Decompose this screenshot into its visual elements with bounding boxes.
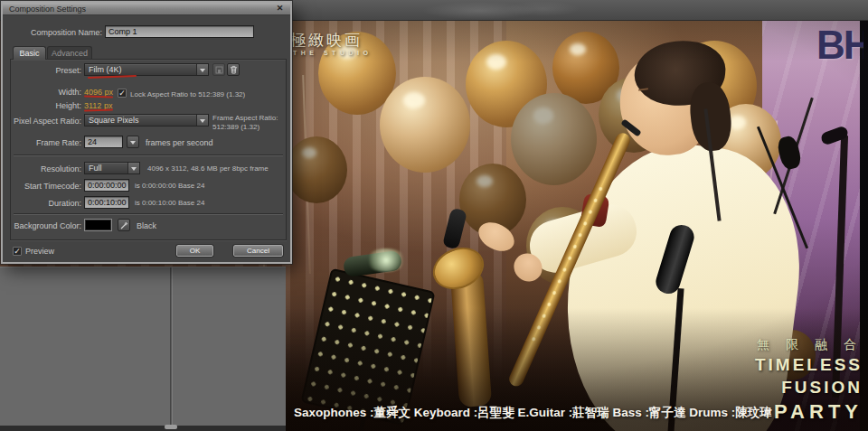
pixel-aspect-ratio-label: Pixel Aspect Ratio: [3,115,81,127]
chevron-down-icon[interactable] [196,64,208,75]
preset-label: Preset: [3,64,81,77]
composition-settings-dialog: Composition Settings ✕ Composition Name:… [1,1,292,264]
separator [14,155,283,156]
chevron-down-icon [130,141,136,147]
wall-sign: BH [816,23,863,68]
background-color-label: Background Color: [3,220,81,232]
dialog-titlebar[interactable]: Composition Settings ✕ [3,3,290,15]
cancel-button[interactable]: Cancel [233,245,283,257]
background-color-swatch[interactable] [84,219,112,231]
duration-info: is 0:00:10:00 Base 24 [135,198,243,211]
start-timecode-label: Start Timecode: [3,180,81,192]
resolution-value: Full [89,164,102,173]
panel-background [0,267,286,431]
band-name-line2: FUSION [781,378,863,398]
preview-label: Preview [25,245,80,258]
width-label: Width: [3,86,81,98]
trash-icon [230,65,238,74]
panel-divider[interactable] [170,267,173,431]
studio-logo: 極緻映画 [290,30,363,51]
pixel-aspect-ratio-value: Square Pixels [89,116,139,125]
composition-name-input[interactable]: Comp 1 [105,25,254,38]
band-name-chinese: 無 限 融 合 [757,337,863,353]
frame-rate-input[interactable]: 24 [84,136,123,148]
resolution-dropdown[interactable]: Full [84,162,140,174]
height-label: Height: [3,99,81,112]
duration-input[interactable]: 0:00:10:00 [84,196,129,209]
frame-rate-dropdown-button[interactable] [127,136,139,148]
band-name-line3: PARTY [774,400,863,424]
dialog-title: Composition Settings [9,5,86,14]
separator [14,213,283,215]
chevron-down-icon[interactable] [196,115,208,126]
save-preset-button [212,63,225,76]
resolution-info: 4096 x 3112, 48.6 MB per 8bpc frame [147,164,288,176]
background-color-name: Black [137,220,191,232]
save-preset-icon [215,66,223,74]
eyedropper-icon [120,221,128,230]
preset-value: Film (4K) [89,65,122,74]
band-name-line1: TIMELESS [755,355,863,375]
preset-dropdown[interactable]: Film (4K) [84,63,209,76]
composition-name-label: Composition Name: [3,26,102,39]
delete-preset-button[interactable] [227,63,240,76]
start-timecode-input[interactable]: 0:00:00:00 [84,179,129,192]
start-timecode-info: is 0:00:00:00 Base 24 [135,181,243,193]
eyedropper-button[interactable] [118,219,130,231]
frame-rate-label: Frame Rate: [3,136,81,149]
pixel-aspect-ratio-dropdown[interactable]: Square Pixels [84,114,209,126]
frame-aspect-ratio-value: 512:389 (1.32) [212,122,285,135]
ok-button[interactable]: OK [176,245,213,257]
preview-checkbox[interactable] [13,247,22,256]
studio-logo-subtitle: THE STUDIO [293,50,372,56]
close-icon[interactable]: ✕ [274,4,286,14]
tab-advanced[interactable]: Advanced [47,46,92,60]
panel-bottom-strip [0,426,286,431]
after-effects-window: 極緻映画 THE STUDIO BH 無 限 融 合 TIMELESS FUSI… [0,0,868,431]
chevron-down-icon[interactable] [127,163,139,173]
credits-line: Saxophones :董舜文 Keyboard :呂聖斐 E.Guitar :… [294,405,772,421]
duration-label: Duration: [3,197,81,210]
frame-rate-suffix: frames per second [146,136,245,149]
lock-aspect-checkbox[interactable] [118,89,127,98]
panel-grip[interactable] [165,425,177,429]
resolution-label: Resolution: [3,163,81,175]
tab-basic[interactable]: Basic [13,46,46,60]
lock-aspect-label: Lock Aspect Ratio to 512:389 (1.32) [130,89,284,102]
